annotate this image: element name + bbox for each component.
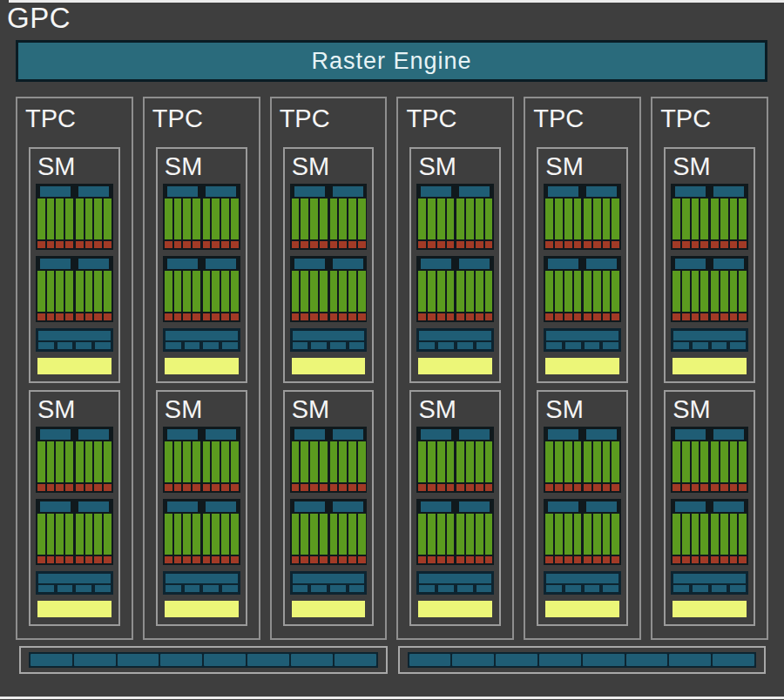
red-unit-segment (193, 313, 200, 320)
core-column (37, 514, 45, 555)
ldst-segment (603, 585, 618, 592)
ldst-segment (565, 342, 581, 349)
ldst-segment (185, 585, 200, 592)
ldst-segment (693, 585, 708, 592)
scheduler-bar (459, 186, 490, 197)
sm-partition-groups (163, 427, 240, 565)
core-column (603, 441, 611, 482)
sm-partition-group (290, 427, 368, 493)
sm-label: SM (416, 151, 494, 184)
scheduler-bar (40, 259, 71, 269)
red-unit-segment (104, 484, 112, 491)
red-unit-segment (94, 484, 102, 491)
core-column (320, 271, 328, 312)
red-unit-segment (358, 556, 366, 563)
core-column (183, 514, 191, 555)
sm-partition-group (290, 256, 368, 322)
red-unit-segment (94, 313, 102, 320)
red-unit-segment (545, 556, 553, 563)
red-unit-segment (320, 313, 328, 320)
red-unit-row (672, 484, 708, 491)
sm-block: SM (156, 147, 247, 383)
red-unit-segment (94, 241, 102, 248)
core-column (104, 514, 112, 555)
red-unit-segment (672, 484, 680, 491)
red-unit-segment (203, 313, 211, 320)
core-column (358, 199, 366, 239)
ldst-wide-bar (38, 574, 111, 583)
sm-label: SM (671, 151, 748, 184)
red-unit-segment (739, 556, 747, 563)
red-unit-segment (603, 484, 611, 491)
core-column (65, 441, 73, 482)
ldst-segment (419, 342, 435, 349)
red-unit-segment (612, 313, 619, 320)
sm-partition-group (36, 427, 113, 493)
core-column (320, 441, 328, 482)
red-unit-segment (672, 241, 680, 248)
core-column (476, 441, 483, 482)
red-unit-segment (476, 241, 483, 248)
red-unit-segment (76, 313, 84, 320)
red-unit-row (545, 556, 581, 563)
scheduler-bar (548, 501, 578, 512)
tpc-label: TPC (272, 98, 386, 144)
sm-partition-group (416, 427, 494, 493)
sm-block: SM (537, 390, 628, 626)
red-unit-row (456, 241, 492, 248)
core-column (574, 441, 582, 482)
core-column (456, 514, 464, 555)
shared-memory-block (545, 601, 619, 617)
ldst-segment (76, 585, 91, 592)
ldst-strip (163, 328, 240, 352)
ldst-segment (419, 585, 435, 592)
core-column (545, 514, 553, 555)
red-unit-row (292, 556, 328, 563)
red-unit-segment (37, 313, 45, 320)
red-unit-segment (104, 241, 112, 248)
core-column (574, 199, 582, 239)
red-unit-row (711, 484, 747, 491)
sm-partition (292, 428, 328, 491)
core-column (456, 271, 464, 312)
core-column (301, 514, 308, 555)
shared-memory-block (672, 601, 747, 617)
red-unit-segment (330, 241, 338, 248)
scheduler-bar (294, 186, 325, 197)
sm-block: SM (409, 147, 501, 383)
core-column (183, 199, 191, 239)
ldst-segment (546, 585, 562, 592)
red-unit-segment (672, 556, 680, 563)
red-unit-row (330, 484, 366, 491)
red-unit-segment (730, 241, 738, 248)
red-unit-segment (692, 484, 700, 491)
red-unit-segment (428, 484, 436, 491)
core-column (485, 514, 493, 555)
red-unit-segment (231, 556, 239, 563)
red-unit-segment (221, 556, 229, 563)
red-unit-segment (545, 241, 553, 248)
core-column (682, 199, 690, 239)
sm-partition (203, 501, 239, 563)
core-column (720, 441, 728, 482)
red-unit-segment (574, 313, 582, 320)
core-column (310, 271, 318, 312)
ldst-segment (222, 342, 238, 349)
red-unit-row (37, 484, 73, 491)
core-column (730, 271, 738, 312)
red-unit-segment (37, 556, 45, 563)
ldst-segment (546, 342, 562, 349)
core-columns (711, 514, 747, 555)
core-column (37, 199, 45, 239)
ldst-segment (95, 585, 111, 592)
core-column (339, 514, 347, 555)
sm-stack: SM (652, 144, 767, 638)
ldst-segment (293, 342, 308, 349)
core-column (485, 271, 493, 312)
sm-label: SM (671, 394, 748, 427)
core-column (456, 441, 464, 482)
red-unit-segment (720, 556, 728, 563)
core-column (739, 441, 747, 482)
ldst-strip (416, 571, 494, 595)
core-column (56, 199, 64, 239)
